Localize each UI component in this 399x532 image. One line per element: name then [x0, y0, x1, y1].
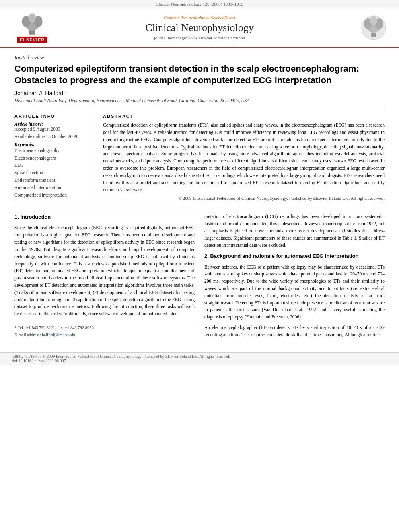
- top-bar: Clinical Neurophysiology 120 (2009) 1909…: [0, 0, 399, 8]
- svg-rect-10: [371, 33, 376, 37]
- article-info-abstract: Article Info Article history: Accepted 9…: [14, 109, 385, 201]
- right-para2: Between seizures, the EEG of a patient w…: [204, 264, 385, 321]
- section2-heading: 2. Background and rationale for automate…: [204, 252, 385, 260]
- keyword-2: Electroencephalogram: [14, 154, 90, 162]
- available-date: Available online 15 October 2009: [14, 134, 90, 139]
- journal-homepage: journal homepage: www.elsevier.com/locat…: [52, 35, 347, 40]
- footnote-tel: * Tel.: +1 843 792 3221; fax: +1 843 792…: [14, 325, 195, 331]
- right-para3: An electroencephalographer (EEGer) detec…: [204, 324, 385, 339]
- elsevier-tree-icon: [20, 12, 44, 37]
- sciencedirect-name: ScienceDirect: [211, 15, 235, 20]
- journal-header: ELSEVIER Contents lists available at Sci…: [0, 8, 399, 48]
- footnote-email-address: halfordj@musc.edu.: [42, 333, 76, 337]
- journal-logo-right: [347, 15, 387, 41]
- affiliation: Division of Adult Neurology, Department …: [14, 98, 385, 103]
- svg-point-4: [29, 13, 36, 23]
- abstract-col: Abstract Computerized detection of epile…: [103, 114, 385, 201]
- keyword-1: Electroencephalography: [14, 147, 90, 154]
- elsevier-logo-area: ELSEVIER: [12, 12, 52, 43]
- elsevier-text: ELSEVIER: [17, 37, 47, 43]
- journal-title-area: Contents lists available at ScienceDirec…: [52, 15, 347, 40]
- article-type: Invited review: [14, 54, 385, 61]
- article-title: Computerized epileptiform transient dete…: [14, 63, 385, 86]
- issn-line: 1388-2457/$36.00 © 2009 International Fe…: [12, 354, 387, 359]
- journal-brain-icon: [361, 15, 387, 41]
- bottom-bar: 1388-2457/$36.00 © 2009 International Fe…: [0, 352, 399, 365]
- abstract-text: Computerized detection of epileptiform t…: [103, 122, 385, 193]
- keyword-6: Automated interpretation: [14, 184, 90, 191]
- body-text: 1. Introduction Since the clinical elect…: [14, 213, 385, 341]
- keyword-7: Computerized interpretation: [14, 191, 90, 199]
- homepage-url: www.elsevier.com/locate/clinph: [188, 35, 245, 40]
- svg-point-9: [370, 16, 377, 25]
- accepted-date: Accepted 9 August 2009: [14, 127, 90, 131]
- keyword-4: Spike detection: [14, 169, 90, 176]
- body-left-col: 1. Introduction Since the clinical elect…: [14, 213, 195, 341]
- keywords-list: Electroencephalography Electroencephalog…: [14, 147, 90, 199]
- body-right-col: pretation of electrocardiogram (ECG) rec…: [204, 213, 385, 341]
- copyright-text: © 2009 International Federation of Clini…: [103, 196, 385, 201]
- footnote-email: E-mail address: halfordj@musc.edu.: [14, 332, 195, 338]
- history-label: Article history:: [14, 122, 90, 127]
- right-para1: pretation of electrocardiogram (ECG) rec…: [204, 213, 385, 249]
- article-info-col: Article Info Article history: Accepted 9…: [14, 114, 95, 201]
- keyword-5: Epileptiform transient: [14, 177, 90, 184]
- author-name: Jonathan J. Halford *: [14, 90, 385, 97]
- abstract-title: Abstract: [103, 114, 385, 119]
- intro-heading: 1. Introduction: [14, 213, 195, 221]
- article-info-title: Article Info: [14, 114, 90, 119]
- sciencedirect-link: Contents lists available at ScienceDirec…: [52, 15, 347, 20]
- intro-para1: Since the clinical electroencephalogram …: [14, 224, 195, 318]
- keywords-label: Keywords:: [14, 142, 90, 147]
- journal-citation: Clinical Neurophysiology 120 (2009) 1909…: [156, 2, 243, 6]
- elsevier-logo: ELSEVIER: [12, 12, 52, 43]
- section-divider: [14, 207, 385, 207]
- journal-title: Clinical Neurophysiology: [52, 22, 347, 34]
- doi-line: doi:10.1016/j.clinph.2009.08.007: [12, 359, 387, 363]
- keyword-3: EEG: [14, 162, 90, 169]
- main-content: Invited review Computerized epileptiform…: [0, 48, 399, 348]
- footnote-section: * Tel.: +1 843 792 3221; fax: +1 843 792…: [14, 322, 195, 339]
